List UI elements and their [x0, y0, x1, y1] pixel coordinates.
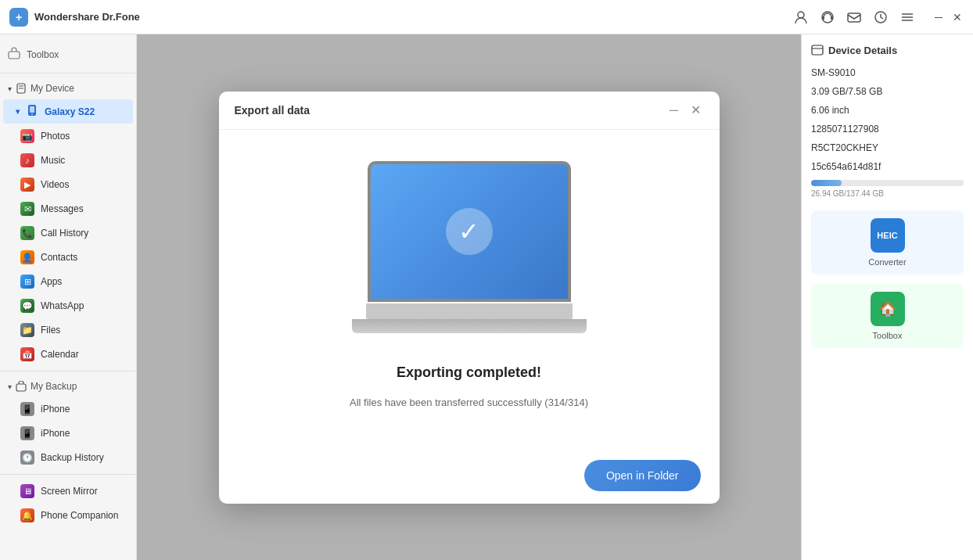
- menu-icon[interactable]: [899, 9, 915, 25]
- files-label: Files: [41, 325, 60, 336]
- screen-mirror-label: Screen Mirror: [41, 486, 98, 497]
- mail-icon[interactable]: [846, 9, 862, 25]
- checkmark-circle: ✓: [446, 208, 493, 255]
- music-label: Music: [41, 155, 65, 166]
- sidebar-item-toolbox[interactable]: Toolbox: [0, 41, 136, 68]
- sidebar-item-messages[interactable]: ✉ Messages: [3, 197, 133, 221]
- headset-icon[interactable]: [820, 9, 835, 25]
- galaxy-s22-label: Galaxy S22: [45, 106, 95, 117]
- success-subtitle: All files have been transferred successf…: [350, 397, 588, 408]
- app-title: Wondershare Dr.Fone: [34, 11, 140, 23]
- modal-minimize-button[interactable]: ─: [666, 102, 682, 118]
- right-panel: Device Details SM-S9010 3.09 GB/7.58 GB …: [801, 34, 973, 560]
- logo-icon: +: [9, 8, 28, 27]
- sidebar-item-calendar[interactable]: 📅 Calendar: [3, 343, 133, 366]
- sidebar-item-backup-history[interactable]: 🕐 Backup History: [3, 446, 133, 469]
- toolbox-card-label: Toolbox: [873, 331, 903, 340]
- phone-companion-label: Phone Companion: [41, 510, 118, 521]
- chevron-down-icon-3: ▾: [8, 382, 12, 391]
- svg-rect-17: [812, 45, 823, 55]
- apps-label: Apps: [41, 276, 62, 287]
- export-modal: Export all data ─ ✕ ✓: [219, 92, 720, 504]
- laptop-base: [352, 319, 587, 333]
- sidebar-item-photos[interactable]: 📷 Photos: [3, 124, 133, 148]
- storage-bar-container: 26.94 GB/137.44 GB: [811, 180, 964, 198]
- my-backup-label: My Backup: [31, 381, 77, 392]
- close-button[interactable]: ✕: [951, 11, 964, 23]
- laptop-keyboard: [366, 303, 573, 319]
- contacts-icon: 👤: [20, 250, 34, 264]
- svg-point-0: [798, 12, 804, 18]
- modal-footer: Open in Folder: [219, 447, 720, 504]
- toolbox-card-icon: 🏠: [871, 292, 905, 326]
- device-icon: [26, 104, 38, 119]
- device-serial-value: R5CT20CKHEY: [811, 142, 964, 153]
- divider-1: [0, 73, 136, 74]
- sidebar-item-iphone-2[interactable]: 📱 iPhone: [3, 422, 133, 445]
- minimize-button[interactable]: ─: [932, 11, 945, 23]
- device-imei-value: 1285071127908: [811, 124, 964, 135]
- whatsapp-label: WhatsApp: [41, 300, 84, 311]
- sidebar-item-phone-companion[interactable]: 🔔 Phone Companion: [3, 504, 133, 527]
- open-folder-button[interactable]: Open in Folder: [584, 460, 701, 491]
- sidebar-item-files[interactable]: 📁 Files: [3, 318, 133, 342]
- main-layout: Toolbox ▾ My Device ▾ Galaxy S22 📷 Photo…: [0, 34, 973, 560]
- svg-rect-3: [831, 16, 833, 20]
- laptop-screen: ✓: [368, 161, 571, 302]
- sidebar-item-call-history[interactable]: 📞 Call History: [3, 221, 133, 245]
- sidebar-item-galaxy-s22[interactable]: ▾ Galaxy S22: [3, 99, 133, 124]
- messages-icon: ✉: [20, 202, 34, 216]
- sidebar-toolbox-label: Toolbox: [27, 49, 59, 60]
- sidebar-item-contacts[interactable]: 👤 Contacts: [3, 246, 133, 269]
- modal-header: Export all data ─ ✕: [219, 92, 720, 130]
- heic-icon: HEIC: [871, 218, 905, 253]
- calendar-label: Calendar: [41, 349, 79, 360]
- photos-label: Photos: [41, 131, 70, 142]
- toolbox-card[interactable]: 🏠 Toolbox: [811, 284, 964, 348]
- whatsapp-icon: 💬: [20, 299, 34, 313]
- videos-icon: ▶: [20, 178, 34, 192]
- device-model-row: SM-S9010: [811, 67, 964, 78]
- sidebar-item-screen-mirror[interactable]: 🖥 Screen Mirror: [3, 479, 133, 503]
- device-id-value: 15c654a614d81f: [811, 161, 964, 172]
- checkmark-icon: ✓: [458, 217, 479, 246]
- device-details-icon: [811, 44, 824, 56]
- title-bar-actions: ─ ✕: [793, 9, 964, 25]
- device-screen-row: 6.06 inch: [811, 105, 964, 116]
- videos-label: Videos: [41, 179, 69, 190]
- sidebar-item-music[interactable]: ♪ Music: [3, 149, 133, 172]
- chevron-down-icon-2: ▾: [16, 107, 20, 116]
- sidebar-section-my-backup[interactable]: ▾ My Backup: [0, 376, 136, 397]
- iphone-icon-1: 📱: [20, 402, 34, 416]
- device-screen-value: 6.06 inch: [811, 105, 964, 116]
- phone-companion-icon: 🔔: [20, 508, 34, 522]
- contacts-label: Contacts: [41, 252, 77, 263]
- history-icon[interactable]: [873, 9, 889, 25]
- device-model-value: SM-S9010: [811, 67, 964, 78]
- device-imei-row: 1285071127908: [811, 124, 964, 135]
- device-storage-row: 3.09 GB/7.58 GB: [811, 86, 964, 97]
- profile-icon[interactable]: [793, 9, 809, 25]
- divider-2: [0, 371, 136, 372]
- sidebar: Toolbox ▾ My Device ▾ Galaxy S22 📷 Photo…: [0, 34, 137, 560]
- iphone-icon-2: 📱: [20, 426, 34, 440]
- backup-history-label: Backup History: [41, 452, 104, 463]
- sidebar-item-apps[interactable]: ⊞ Apps: [3, 270, 133, 293]
- files-icon: 📁: [20, 323, 34, 337]
- toolbox-icon: [8, 47, 20, 62]
- sidebar-item-whatsapp[interactable]: 💬 WhatsApp: [3, 294, 133, 318]
- photos-icon: 📷: [20, 129, 34, 143]
- sidebar-item-videos[interactable]: ▶ Videos: [3, 173, 133, 196]
- screen-mirror-icon: 🖥: [20, 484, 34, 498]
- sidebar-section-my-device[interactable]: ▾ My Device: [0, 78, 136, 99]
- svg-point-15: [31, 113, 33, 115]
- content-area: Export all data ─ ✕ ✓: [137, 34, 801, 560]
- heic-converter-card[interactable]: HEIC Converter: [811, 210, 964, 275]
- modal-controls: ─ ✕: [666, 102, 704, 118]
- svg-rect-4: [848, 13, 860, 22]
- device-storage-value: 3.09 GB/7.58 GB: [811, 86, 964, 97]
- sidebar-item-iphone-1[interactable]: 📱 iPhone: [3, 397, 133, 421]
- storage-used-text: 26.94 GB/137.44 GB: [811, 189, 964, 198]
- success-title: Exporting completed!: [397, 364, 541, 381]
- modal-close-button[interactable]: ✕: [688, 102, 704, 118]
